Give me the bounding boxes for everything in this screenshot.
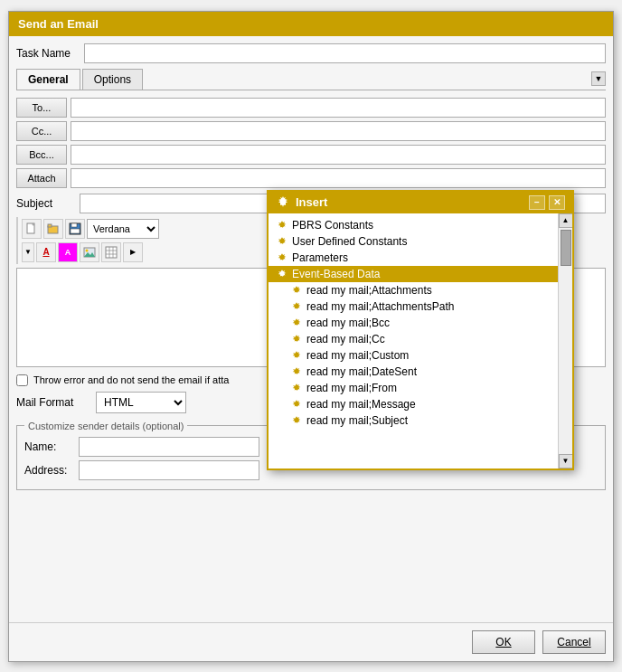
tree-item-label: PBRS Constants — [292, 219, 373, 232]
tree-item-from[interactable]: read my mail;From — [269, 380, 558, 396]
task-name-row: Task Name — [16, 43, 606, 63]
tree-item-icon — [276, 268, 288, 280]
font-select[interactable]: Verdana — [87, 219, 159, 239]
tabs-dropdown-arrow[interactable]: ▼ — [591, 71, 606, 86]
svg-point-17 — [280, 239, 284, 242]
insert-title-bar: Insert − ✕ — [269, 192, 572, 213]
tree-item-label: Parameters — [292, 251, 348, 264]
bcc-input[interactable] — [71, 145, 606, 165]
table-button[interactable] — [101, 242, 121, 262]
bcc-row: Bcc... — [16, 145, 606, 165]
more-button[interactable]: ▶ — [123, 242, 143, 262]
save-icon — [69, 222, 81, 235]
svg-point-26 — [295, 385, 298, 389]
task-name-label: Task Name — [16, 47, 84, 60]
tree-item-label: read my mail;AttachmentsPath — [306, 300, 454, 313]
open-icon — [47, 222, 60, 235]
highlight-color-button[interactable]: A — [58, 242, 78, 262]
sender-address-input[interactable] — [79, 460, 259, 480]
image-icon — [83, 246, 96, 259]
tab-general[interactable]: General — [16, 69, 80, 90]
tree-item-icon — [290, 300, 303, 313]
ok-button[interactable]: OK — [472, 630, 535, 654]
insert-minimize-button[interactable]: − — [529, 195, 545, 210]
throw-error-label: Throw error and do not send the email if… — [33, 374, 229, 385]
to-input[interactable] — [71, 98, 606, 118]
image-button[interactable] — [80, 242, 99, 262]
tree-item-bcc[interactable]: read my mail;Bcc — [269, 315, 558, 331]
sender-name-input[interactable] — [79, 437, 259, 457]
attach-row: Attach — [16, 168, 606, 188]
tree-item-attachments_path[interactable]: read my mail;AttachmentsPath — [269, 298, 558, 315]
to-row: To... — [16, 98, 606, 118]
cancel-button[interactable]: Cancel — [542, 630, 606, 654]
svg-point-19 — [280, 271, 284, 275]
svg-point-16 — [280, 222, 284, 226]
font-color-button[interactable]: A — [36, 242, 56, 262]
formatting-dropdown[interactable]: ▼ — [22, 242, 34, 262]
tree-item-icon — [290, 398, 303, 411]
insert-popup: Insert − ✕ PBRS ConstantsUser Defined Co… — [267, 190, 574, 470]
svg-point-20 — [295, 288, 298, 291]
tree-item-label: User Defined Constants — [292, 235, 407, 248]
tree-item-custom[interactable]: read my mail;Custom — [269, 347, 558, 364]
scroll-thumb-area — [559, 228, 572, 454]
svg-point-18 — [280, 255, 284, 259]
tree-item-user_defined[interactable]: User Defined Constants — [269, 233, 558, 250]
scroll-up-button[interactable]: ▲ — [559, 213, 573, 228]
bcc-button[interactable]: Bcc... — [16, 145, 67, 165]
tree-item-parameters[interactable]: Parameters — [269, 250, 558, 266]
tree-item-icon — [290, 349, 303, 362]
insert-gear-icon — [276, 195, 290, 210]
throw-error-checkbox[interactable] — [16, 374, 28, 386]
sender-details-legend: Customize sender details (optional) — [24, 421, 187, 431]
tree-item-pbrs[interactable]: PBRS Constants — [269, 217, 558, 233]
new-doc-icon — [25, 222, 38, 235]
insert-title-text: Insert — [296, 195, 327, 209]
tabs-row: General Options ▼ — [16, 69, 606, 90]
tree-item-date_sent[interactable]: read my mail;DateSent — [269, 364, 558, 380]
svg-point-27 — [295, 402, 298, 405]
svg-rect-5 — [71, 223, 77, 227]
send-email-dialog: Send an Email Task Name General Options … — [8, 11, 614, 662]
attach-button[interactable]: Attach — [16, 168, 67, 188]
tree-item-event_based[interactable]: Event-Based Data — [269, 266, 558, 282]
mail-format-label: Mail Format — [16, 396, 89, 409]
sender-address-label: Address: — [24, 464, 79, 477]
svg-point-8 — [86, 249, 89, 251]
tree-item-icon — [290, 382, 303, 394]
tree-item-icon — [290, 333, 303, 345]
save-button[interactable] — [65, 219, 85, 239]
tree-item-label: read my mail;DateSent — [306, 365, 417, 378]
insert-close-button[interactable]: ✕ — [549, 195, 565, 210]
insert-body: PBRS ConstantsUser Defined ConstantsPara… — [269, 213, 572, 469]
tree-item-cc[interactable]: read my mail;Cc — [269, 331, 558, 347]
cc-button[interactable]: Cc... — [16, 121, 67, 141]
task-name-input[interactable] — [84, 43, 606, 63]
subject-label: Subject — [16, 197, 80, 210]
tree-item-label: read my mail;Bcc — [306, 317, 390, 329]
tree-item-subject_item[interactable]: read my mail;Subject — [269, 412, 558, 429]
dialog-title: Send an Email — [18, 17, 99, 31]
svg-point-22 — [295, 320, 298, 324]
tree-item-icon — [290, 365, 303, 378]
svg-point-28 — [295, 418, 298, 421]
tree-item-label: Event-Based Data — [292, 268, 380, 280]
svg-point-24 — [295, 353, 298, 356]
open-button[interactable] — [43, 219, 63, 239]
tree-item-icon — [290, 284, 303, 297]
attach-input[interactable] — [71, 168, 606, 188]
mail-format-select[interactable]: HTML Plain Text Rich Text — [96, 392, 186, 413]
to-button[interactable]: To... — [16, 98, 67, 118]
dialog-title-bar: Send an Email — [9, 12, 613, 36]
ok-label: OK — [495, 636, 511, 648]
tree-item-icon — [276, 235, 288, 248]
scroll-down-button[interactable]: ▼ — [559, 454, 573, 469]
cc-input[interactable] — [71, 121, 606, 141]
tree-item-attachments[interactable]: read my mail;Attachments — [269, 282, 558, 298]
recipients-section: To... Cc... Bcc... Attach — [16, 98, 606, 188]
tree-item-message[interactable]: read my mail;Message — [269, 396, 558, 412]
new-document-button[interactable] — [22, 219, 42, 239]
tab-options[interactable]: Options — [82, 69, 143, 90]
sender-name-label: Name: — [24, 440, 79, 453]
